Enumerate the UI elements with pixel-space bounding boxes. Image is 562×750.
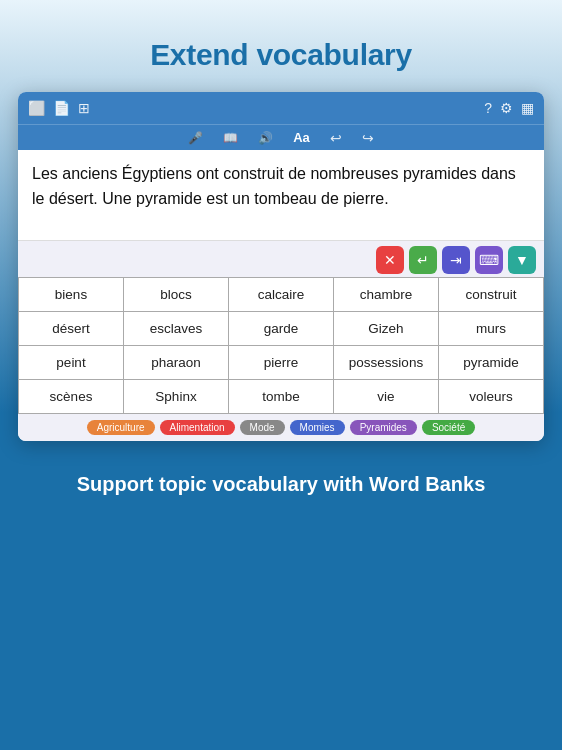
word-cell[interactable]: peint xyxy=(19,346,124,380)
word-cell[interactable]: vie xyxy=(334,380,439,414)
category-tags: Agriculture Alimentation Mode Momies Pyr… xyxy=(18,414,544,441)
word-cell[interactable]: désert xyxy=(19,312,124,346)
category-tag-alimentation[interactable]: Alimentation xyxy=(160,420,235,435)
toolbar-top: ⬜ 📄 ⊞ ? ⚙ ▦ xyxy=(18,92,544,124)
word-cell[interactable]: chambre xyxy=(334,278,439,312)
category-tag-momies[interactable]: Momies xyxy=(290,420,345,435)
delete-icon[interactable]: ✕ xyxy=(376,246,404,274)
category-tag-agriculture[interactable]: Agriculture xyxy=(87,420,155,435)
word-bank: ✕ ↵ ⇥ ⌨ ▼ biens blocs calcaire chambre c… xyxy=(18,240,544,441)
toolbar-left-icons: ⬜ 📄 ⊞ xyxy=(28,100,90,116)
word-cell[interactable]: biens xyxy=(19,278,124,312)
word-cell[interactable]: murs xyxy=(439,312,544,346)
word-cell[interactable]: esclaves xyxy=(124,312,229,346)
word-cell[interactable]: scènes xyxy=(19,380,124,414)
category-tag-mode[interactable]: Mode xyxy=(240,420,285,435)
redo-icon[interactable]: ↪ xyxy=(362,130,374,146)
font-size-label[interactable]: Aa xyxy=(293,130,310,145)
expand-icon[interactable]: ▼ xyxy=(508,246,536,274)
grid-icon[interactable]: ⊞ xyxy=(78,100,90,116)
menu-icon[interactable]: ▦ xyxy=(521,100,534,116)
toolbar-right-icons: ? ⚙ ▦ xyxy=(484,100,534,116)
toolbar-bottom: 🎤 📖 🔊 Aa ↩ ↪ xyxy=(18,124,544,150)
text-content-area: Les anciens Égyptiens ont construit de n… xyxy=(18,150,544,240)
move-icon[interactable]: ⇥ xyxy=(442,246,470,274)
word-cell[interactable]: voleurs xyxy=(439,380,544,414)
category-tag-societe[interactable]: Société xyxy=(422,420,475,435)
footer-text: Support topic vocabulary with Word Banks xyxy=(0,441,562,517)
word-cell[interactable]: pharaon xyxy=(124,346,229,380)
word-cell[interactable]: pierre xyxy=(229,346,334,380)
word-cell[interactable]: garde xyxy=(229,312,334,346)
action-icons-row: ✕ ↵ ⇥ ⌨ ▼ xyxy=(18,241,544,277)
word-cell[interactable]: Sphinx xyxy=(124,380,229,414)
speaker-icon[interactable]: 🔊 xyxy=(258,131,273,145)
page-title: Extend vocabulary xyxy=(0,0,562,92)
word-cell[interactable]: construit xyxy=(439,278,544,312)
undo-icon[interactable]: ↩ xyxy=(330,130,342,146)
enter-icon[interactable]: ↵ xyxy=(409,246,437,274)
category-tag-pyramides[interactable]: Pyramides xyxy=(350,420,417,435)
word-cell[interactable]: blocs xyxy=(124,278,229,312)
word-grid: biens blocs calcaire chambre construit d… xyxy=(18,277,544,414)
word-cell[interactable]: calcaire xyxy=(229,278,334,312)
read-icon[interactable]: 📖 xyxy=(223,131,238,145)
document-text: Les anciens Égyptiens ont construit de n… xyxy=(32,162,530,212)
help-icon[interactable]: ? xyxy=(484,100,492,116)
settings-icon[interactable]: ⚙ xyxy=(500,100,513,116)
word-cell[interactable]: pyramide xyxy=(439,346,544,380)
app-window: ⬜ 📄 ⊞ ? ⚙ ▦ 🎤 📖 🔊 Aa ↩ ↪ Les anciens Égy… xyxy=(18,92,544,441)
keyboard-icon[interactable]: ⌨ xyxy=(475,246,503,274)
folder-icon[interactable]: ⬜ xyxy=(28,100,45,116)
word-cell[interactable]: possessions xyxy=(334,346,439,380)
mic-icon[interactable]: 🎤 xyxy=(188,131,203,145)
word-cell[interactable]: tombe xyxy=(229,380,334,414)
word-cell[interactable]: Gizeh xyxy=(334,312,439,346)
file-icon[interactable]: 📄 xyxy=(53,100,70,116)
